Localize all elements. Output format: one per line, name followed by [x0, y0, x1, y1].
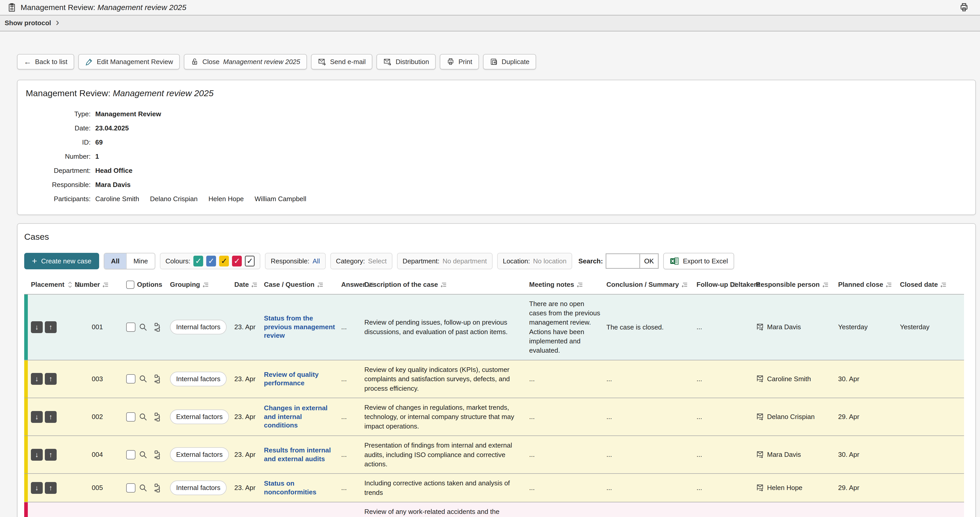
answer-cell: ... — [338, 374, 361, 384]
location-filter[interactable]: Location: No location — [497, 253, 573, 269]
row-checkbox[interactable] — [126, 412, 135, 422]
preview-icon[interactable] — [138, 450, 148, 459]
col-conclusion[interactable]: Conclusion / Summary — [603, 280, 694, 289]
filter-icon[interactable] — [822, 281, 829, 288]
move-up-button[interactable] — [45, 482, 57, 494]
col-date[interactable]: Date — [231, 280, 261, 289]
filter-icon[interactable] — [441, 281, 447, 288]
relation-icon[interactable] — [151, 374, 161, 384]
colour-checkbox-blue[interactable] — [206, 256, 216, 266]
col-meeting-notes[interactable]: Meeting notes — [526, 280, 603, 289]
move-down-button[interactable] — [31, 449, 43, 461]
relation-icon[interactable] — [151, 322, 161, 332]
category-filter-value[interactable]: Select — [368, 257, 387, 266]
row-checkbox[interactable] — [126, 374, 135, 384]
field-value: Mara Davis — [95, 180, 967, 189]
toggle-all[interactable]: All — [104, 253, 126, 269]
move-down-button[interactable] — [31, 482, 43, 494]
col-closed-date[interactable]: Closed date — [897, 280, 964, 289]
case-question-link[interactable]: Status from the previous management revi… — [264, 314, 335, 340]
filter-icon[interactable] — [940, 281, 947, 288]
col-responsible[interactable]: Responsible person — [752, 280, 835, 289]
preview-icon[interactable] — [138, 483, 148, 493]
filter-icon[interactable] — [577, 281, 584, 288]
col-follow-up[interactable]: Follow-up — [694, 280, 727, 289]
filter-icon[interactable] — [102, 281, 109, 288]
row-checkbox[interactable] — [126, 483, 135, 493]
col-description[interactable]: Description of the case — [361, 280, 526, 289]
print-button[interactable]: Print — [440, 54, 479, 70]
col-question[interactable]: Case / Question — [261, 280, 338, 289]
move-up-button[interactable] — [45, 449, 57, 461]
row-checkbox[interactable] — [126, 322, 135, 332]
duplicate-button[interactable]: Duplicate — [483, 54, 536, 70]
mail-forward-icon[interactable] — [756, 412, 765, 422]
create-new-case-button[interactable]: Create new case — [24, 253, 99, 269]
category-filter[interactable]: Category: Select — [330, 253, 392, 269]
responsible-filter-value[interactable]: All — [313, 257, 320, 266]
move-up-button[interactable] — [45, 411, 57, 423]
location-filter-value[interactable]: No location — [533, 257, 566, 266]
case-question-link[interactable]: Status on nonconformities — [264, 479, 335, 497]
department-filter-value[interactable]: No department — [442, 257, 487, 266]
send-email-button[interactable]: Send e-mail — [311, 54, 372, 70]
case-question-link[interactable]: Changes in external and internal conditi… — [264, 404, 335, 430]
meeting-notes-cell: ... — [526, 412, 603, 421]
arrow-up-icon — [49, 323, 52, 331]
mail-forward-icon[interactable] — [756, 483, 765, 493]
row-checkbox[interactable] — [126, 450, 135, 459]
table-row: 002 External factors 23. Apr Changes in … — [24, 398, 964, 436]
col-number[interactable]: Number — [72, 280, 123, 289]
col-options[interactable]: Options — [123, 280, 167, 289]
move-up-button[interactable] — [45, 373, 57, 385]
move-up-button[interactable] — [45, 321, 57, 333]
table-row: 005 Internal factors 23. Apr Status on n… — [24, 473, 964, 502]
colour-checkbox-teal[interactable] — [193, 256, 203, 266]
relation-icon[interactable] — [151, 412, 161, 422]
responsible-name: Caroline Smith — [767, 374, 811, 384]
colour-checkbox-red[interactable] — [232, 256, 242, 266]
filter-icon[interactable] — [317, 281, 324, 288]
preview-icon[interactable] — [138, 322, 148, 332]
filter-icon[interactable] — [251, 281, 258, 288]
col-grouping[interactable]: Grouping — [167, 280, 231, 289]
move-down-button[interactable] — [31, 373, 43, 385]
col-deltakere[interactable]: Deltakere — [727, 280, 752, 289]
meeting-notes-cell: ... — [526, 483, 603, 492]
select-all-checkbox[interactable] — [126, 281, 134, 289]
details-fields: Type: Management Review Date: 23.04.2025… — [26, 109, 967, 204]
print-page-icon[interactable] — [959, 2, 969, 13]
mail-forward-icon[interactable] — [756, 450, 765, 459]
back-to-list-button[interactable]: Back to list — [17, 54, 74, 70]
filter-icon[interactable] — [886, 281, 892, 288]
move-down-button[interactable] — [31, 411, 43, 423]
search-input[interactable] — [606, 254, 640, 268]
colour-checkbox-white[interactable] — [245, 256, 255, 266]
export-to-excel-button[interactable]: Export to Excel — [663, 253, 734, 269]
filter-icon[interactable] — [203, 281, 209, 288]
excel-icon — [670, 256, 679, 266]
case-number: 004 — [72, 450, 123, 459]
relation-icon[interactable] — [151, 450, 161, 460]
toggle-mine[interactable]: Mine — [126, 253, 154, 269]
preview-icon[interactable] — [138, 412, 148, 422]
mail-forward-icon[interactable] — [756, 374, 765, 384]
close-review-button[interactable]: Close Management review 2025 — [184, 54, 307, 70]
filter-icon[interactable] — [682, 281, 688, 288]
colour-checkbox-yellow[interactable] — [219, 256, 229, 266]
mail-forward-icon[interactable] — [756, 322, 765, 332]
department-filter[interactable]: Department: No department — [397, 253, 493, 269]
edit-review-button[interactable]: Edit Management Review — [78, 54, 180, 70]
col-answer[interactable]: Answer — [338, 280, 361, 289]
search-ok-button[interactable]: OK — [640, 254, 658, 268]
distribution-button[interactable]: Distribution — [377, 54, 436, 70]
preview-icon[interactable] — [138, 374, 148, 384]
case-question-link[interactable]: Review of quality performance — [264, 370, 335, 388]
show-protocol-bar[interactable]: Show protocol › — [0, 15, 980, 32]
col-planned-close[interactable]: Planned close — [835, 280, 897, 289]
responsible-filter[interactable]: Responsible: All — [265, 253, 326, 269]
col-placement[interactable]: Placement — [28, 280, 72, 289]
move-down-button[interactable] — [31, 321, 43, 333]
relation-icon[interactable] — [151, 483, 161, 493]
case-question-link[interactable]: Results from internal and external audit… — [264, 446, 335, 463]
